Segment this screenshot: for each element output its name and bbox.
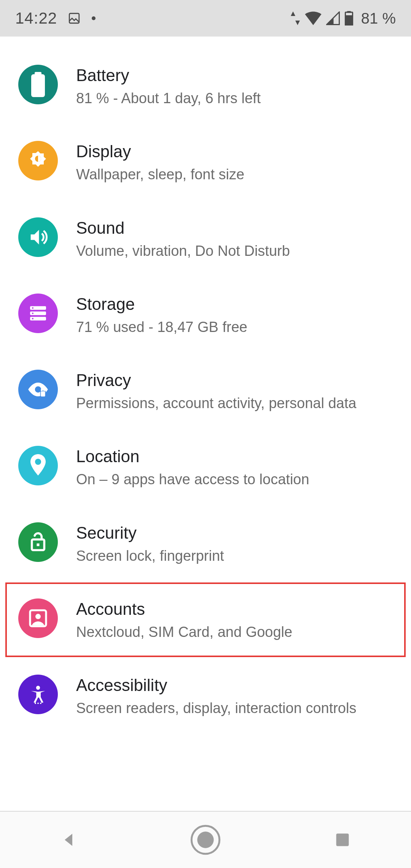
account-box-icon <box>18 598 58 638</box>
settings-item-text: Location On – 9 apps have access to loca… <box>76 445 396 489</box>
status-bar-right: 81 % <box>290 10 396 27</box>
svg-point-21 <box>36 686 40 690</box>
settings-item-text: Display Wallpaper, sleep, font size <box>76 140 396 184</box>
brightness-icon <box>18 141 58 180</box>
battery-icon <box>18 65 58 104</box>
settings-item-title: Battery <box>76 65 396 86</box>
settings-item-text: Storage 71 % used - 18,47 GB free <box>76 293 396 337</box>
svg-point-12 <box>32 313 33 314</box>
svg-point-1 <box>92 16 96 20</box>
settings-list: Battery 81 % - About 1 day, 6 hrs left D… <box>0 37 411 811</box>
settings-item-text: Privacy Permissions, account activity, p… <box>76 369 396 413</box>
settings-item-text: Sound Volume, vibration, Do Not Disturb <box>76 217 396 261</box>
settings-item-title: Display <box>76 141 396 162</box>
accessibility-icon <box>18 675 58 714</box>
settings-item-subtitle: Screen readers, display, interaction con… <box>76 699 396 718</box>
nav-home-button[interactable] <box>167 812 244 868</box>
settings-item-text: Security Screen lock, fingerprint <box>76 522 396 566</box>
nav-back-button[interactable] <box>30 812 107 868</box>
settings-item-text: Accessibility Screen readers, display, i… <box>76 674 396 718</box>
settings-item-title: Accounts <box>76 598 396 619</box>
svg-point-24 <box>40 703 41 704</box>
svg-rect-27 <box>336 834 349 846</box>
data-arrows-icon <box>290 11 300 25</box>
settings-item-accounts[interactable]: Accounts Nextcloud, SIM Card, and Google <box>5 582 406 658</box>
privacy-eye-icon <box>18 370 58 409</box>
navigation-bar <box>0 811 411 868</box>
svg-rect-18 <box>37 543 40 546</box>
signal-icon <box>326 11 340 25</box>
status-bar: 14:22 81 % <box>0 0 411 37</box>
lock-open-icon <box>18 522 58 562</box>
svg-point-20 <box>35 614 41 619</box>
settings-item-title: Sound <box>76 217 396 238</box>
status-time: 14:22 <box>15 9 57 27</box>
settings-item-title: Accessibility <box>76 675 396 696</box>
settings-item-subtitle: Permissions, account activity, personal … <box>76 394 396 413</box>
battery-icon <box>344 11 354 26</box>
volume-icon <box>18 217 58 257</box>
dot-icon <box>91 16 96 21</box>
settings-item-subtitle: Screen lock, fingerprint <box>76 546 396 566</box>
settings-item-location[interactable]: Location On – 9 apps have access to loca… <box>0 429 411 505</box>
svg-point-13 <box>32 318 33 319</box>
settings-item-subtitle: On – 9 apps have access to location <box>76 470 396 489</box>
settings-item-subtitle: Wallpaper, sleep, font size <box>76 165 396 184</box>
settings-item-title: Storage <box>76 294 396 314</box>
settings-item-title: Privacy <box>76 370 396 391</box>
settings-item-storage[interactable]: Storage 71 % used - 18,47 GB free <box>0 277 411 353</box>
svg-point-26 <box>197 831 213 848</box>
settings-item-security[interactable]: Security Screen lock, fingerprint <box>0 506 411 582</box>
settings-item-subtitle: Nextcloud, SIM Card, and Google <box>76 622 396 642</box>
settings-item-display[interactable]: Display Wallpaper, sleep, font size <box>0 124 411 200</box>
storage-icon <box>18 294 58 333</box>
nav-recents-button[interactable] <box>304 812 381 868</box>
gallery-icon <box>68 12 81 25</box>
settings-item-accessibility[interactable]: Accessibility Screen readers, display, i… <box>0 658 411 734</box>
wifi-icon <box>305 11 322 25</box>
settings-item-text: Battery 81 % - About 1 day, 6 hrs left <box>76 64 396 108</box>
settings-item-subtitle: 81 % - About 1 day, 6 hrs left <box>76 89 396 108</box>
svg-point-11 <box>32 307 33 309</box>
svg-point-22 <box>35 703 36 704</box>
svg-rect-0 <box>69 13 79 23</box>
svg-rect-4 <box>345 15 352 26</box>
svg-point-23 <box>37 703 39 704</box>
location-pin-icon <box>18 446 58 485</box>
svg-rect-15 <box>40 391 45 397</box>
settings-item-battery[interactable]: Battery 81 % - About 1 day, 6 hrs left <box>0 48 411 124</box>
svg-rect-6 <box>31 74 45 97</box>
settings-item-subtitle: Volume, vibration, Do Not Disturb <box>76 241 396 261</box>
settings-item-subtitle: 71 % used - 18,47 GB free <box>76 318 396 337</box>
settings-item-sound[interactable]: Sound Volume, vibration, Do Not Disturb <box>0 201 411 277</box>
settings-item-text: Accounts Nextcloud, SIM Card, and Google <box>76 598 396 642</box>
settings-item-title: Location <box>76 446 396 467</box>
svg-point-16 <box>35 459 41 465</box>
settings-item-title: Security <box>76 522 396 543</box>
settings-item-privacy[interactable]: Privacy Permissions, account activity, p… <box>0 353 411 429</box>
status-bar-left: 14:22 <box>15 9 96 27</box>
status-battery-percent: 81 % <box>361 10 396 27</box>
